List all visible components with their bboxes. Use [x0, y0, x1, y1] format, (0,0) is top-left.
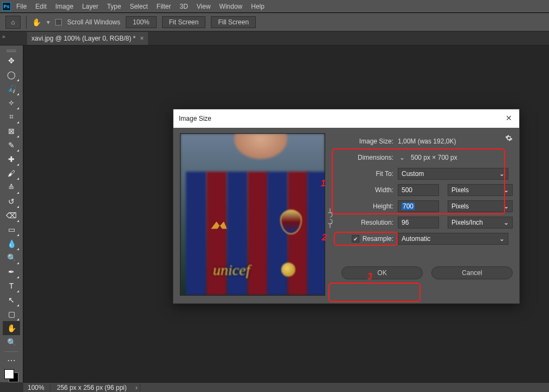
tool-lasso[interactable]: 🎣	[3, 82, 20, 96]
marquee-icon: ◯	[7, 70, 16, 79]
close-icon[interactable]: ×	[140, 35, 144, 42]
tool-history-brush[interactable]: ↺	[3, 194, 20, 208]
tool-magic-wand[interactable]: ✧	[3, 96, 20, 110]
resample-label: Resample:	[363, 235, 393, 243]
dialog-controls: Image Size: 1,00M (was 192,0K) Dimension…	[325, 133, 513, 296]
width-input[interactable]	[398, 184, 439, 196]
chevron-right-icon[interactable]: ›	[133, 384, 140, 391]
foreground-swatch[interactable]	[4, 369, 14, 379]
tool-eraser[interactable]: ⌫	[3, 208, 20, 223]
menu-image[interactable]: Image	[51, 1, 77, 12]
canvas-area[interactable]: Image Size ✕	[23, 45, 549, 382]
tool-type[interactable]: T	[3, 279, 20, 293]
workspace: ✥◯🎣✧⌗⊠✎✚🖌≙↺⌫▭💧🔍✒T↖▢✋🔍 ⋯ Image Size ✕	[0, 45, 549, 382]
home-button[interactable]: ⌂	[5, 16, 21, 29]
width-unit-select[interactable]: Pixels⌄	[448, 184, 513, 196]
constrain-proportions-icon[interactable]	[326, 202, 334, 234]
resolution-input[interactable]	[398, 217, 439, 228]
chevron-down-icon: ⌄	[503, 219, 509, 226]
tool-healing-brush[interactable]: ✚	[3, 152, 20, 166]
menu-view[interactable]: View	[192, 1, 215, 12]
menu-filter[interactable]: Filter	[152, 1, 176, 12]
fill-screen-button[interactable]: Fill Screen	[211, 16, 256, 28]
toolbar-grip-icon[interactable]	[7, 50, 16, 52]
hand-tool-icon: ✋	[32, 18, 41, 27]
resample-select[interactable]: Automatic⌄	[398, 233, 508, 245]
tool-zoom[interactable]: 🔍	[3, 335, 20, 349]
status-zoom[interactable]: 100%	[23, 384, 50, 391]
dodge-icon: 🔍	[7, 253, 16, 262]
chevron-down-icon: ⌄	[503, 186, 509, 194]
home-icon: ⌂	[11, 18, 15, 26]
close-button[interactable]: ✕	[504, 114, 514, 123]
tool-eyedropper[interactable]: ✎	[3, 138, 20, 152]
healing-brush-icon: ✚	[8, 155, 15, 164]
tool-hand[interactable]: ✋	[3, 321, 20, 335]
preview-image[interactable]: unicef	[180, 133, 325, 296]
eyedropper-icon: ✎	[8, 141, 15, 149]
frame-icon: ⊠	[8, 127, 15, 135]
panel-expander-icon[interactable]: »	[2, 34, 5, 40]
resolution-label: Resolution:	[335, 219, 393, 226]
tool-clone-stamp[interactable]: ≙	[3, 180, 20, 194]
type-icon: T	[9, 282, 14, 290]
height-input[interactable]: 700	[398, 200, 439, 212]
scroll-all-windows-checkbox[interactable]	[55, 19, 62, 25]
menu-bar: Ps FileEditImageLayerTypeSelectFilter3DV…	[0, 0, 549, 13]
menu-help[interactable]: Help	[247, 1, 269, 12]
dropdown-icon[interactable]: ▾	[47, 18, 50, 26]
status-bar: 100% 256 px x 256 px (96 ppi) ›	[23, 382, 549, 392]
tab-xavi[interactable]: xavi.jpg @ 100% (Layer 0, RGB/8) * ×	[27, 32, 148, 45]
tool-dodge[interactable]: 🔍	[3, 251, 20, 265]
tool-marquee[interactable]: ◯	[3, 68, 20, 82]
tool-frame[interactable]: ⊠	[3, 124, 20, 138]
eraser-icon: ⌫	[6, 211, 17, 220]
gear-icon[interactable]	[505, 134, 513, 142]
status-doc-dims: 256 px x 256 px (96 ppi)	[54, 384, 130, 391]
cancel-button[interactable]: Cancel	[431, 266, 513, 279]
menu-3d[interactable]: 3D	[175, 1, 192, 12]
tool-crop[interactable]: ⌗	[3, 110, 20, 124]
fit-to-label: Fit To:	[335, 170, 393, 178]
menu-layer[interactable]: Layer	[77, 1, 102, 12]
crop-icon: ⌗	[9, 112, 14, 121]
zoom-icon: 🔍	[7, 338, 16, 347]
resample-checkbox[interactable]: ✔	[352, 235, 359, 243]
menu-edit[interactable]: Edit	[31, 1, 51, 12]
menu-window[interactable]: Window	[215, 1, 247, 12]
menu-file[interactable]: File	[12, 1, 31, 12]
tool-gradient[interactable]: ▭	[3, 223, 20, 237]
zoom-level-field[interactable]: 100%	[126, 16, 157, 28]
dialog-titlebar[interactable]: Image Size ✕	[173, 109, 519, 128]
options-bar: ⌂ ✋ ▾ Scroll All Windows 100% Fit Screen…	[0, 13, 549, 31]
edit-toolbar-button[interactable]: ⋯	[3, 354, 20, 367]
resolution-unit-select[interactable]: Pixels/Inch⌄	[448, 217, 513, 228]
chevron-down-icon: ⌄	[499, 170, 505, 178]
scroll-all-windows-label: Scroll All Windows	[67, 18, 120, 26]
color-swatches[interactable]	[4, 369, 18, 382]
magic-wand-icon: ✧	[8, 99, 15, 107]
toolbar: ✥◯🎣✧⌗⊠✎✚🖌≙↺⌫▭💧🔍✒T↖▢✋🔍 ⋯	[0, 45, 23, 382]
tool-path-selection[interactable]: ↖	[3, 293, 20, 307]
chevron-down-icon: ⌄	[499, 235, 505, 243]
dialog-title: Image Size	[179, 115, 211, 122]
tool-blur[interactable]: 💧	[3, 237, 20, 251]
tool-brush[interactable]: 🖌	[3, 166, 20, 180]
tool-pen[interactable]: ✒	[3, 265, 20, 279]
image-size-label: Image Size:	[335, 138, 393, 145]
blur-icon: 💧	[7, 239, 16, 248]
ok-button[interactable]: OK	[341, 266, 423, 279]
menu-select[interactable]: Select	[125, 1, 152, 12]
fit-screen-button[interactable]: Fit Screen	[162, 16, 206, 28]
tool-move[interactable]: ✥	[3, 54, 20, 68]
menu-type[interactable]: Type	[102, 1, 125, 12]
fit-to-select[interactable]: Custom⌄	[398, 168, 508, 180]
tool-rectangle[interactable]: ▢	[3, 307, 20, 321]
hand-icon: ✋	[7, 324, 16, 332]
path-selection-icon: ↖	[8, 296, 15, 304]
rectangle-icon: ▢	[8, 310, 15, 318]
brush-icon: 🖌	[8, 169, 15, 178]
height-unit-select[interactable]: Pixels⌄	[448, 200, 513, 212]
chevron-down-icon[interactable]: ⌄	[398, 154, 406, 161]
dimensions-value: 500 px × 700 px	[411, 154, 457, 161]
